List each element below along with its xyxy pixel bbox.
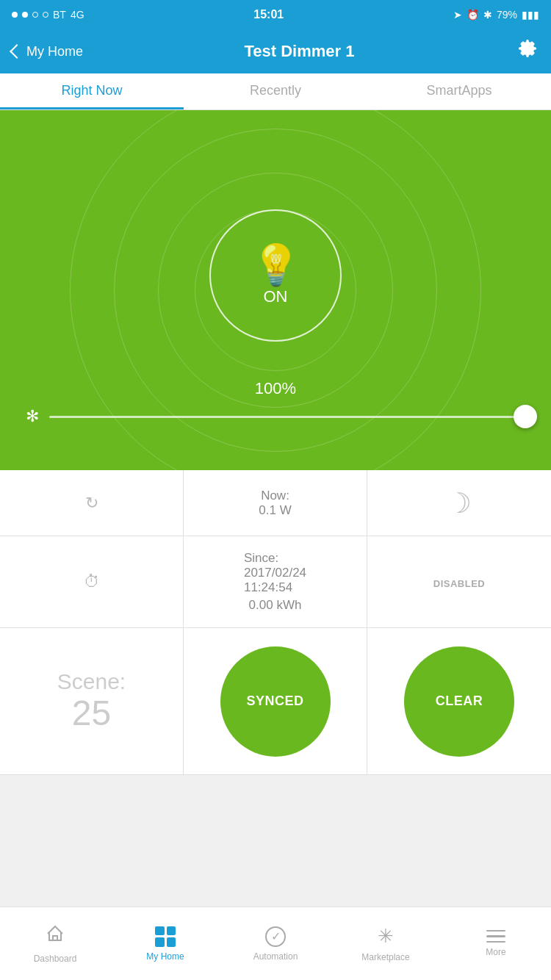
signal-dot-3 — [32, 12, 38, 18]
back-label: My Home — [26, 44, 83, 60]
signal-dot-1 — [12, 12, 18, 18]
nav-marketplace[interactable]: ✳ Marketplace — [331, 907, 441, 980]
location-icon: ➤ — [453, 9, 462, 21]
nav-more-label: More — [486, 947, 505, 957]
control-area: 💡 ON 100% ✻ — [0, 110, 551, 470]
nav-dashboard-label: Dashboard — [34, 954, 77, 964]
clear-label: CLEAR — [436, 693, 483, 709]
more-icon — [486, 930, 505, 943]
sun-icon: ✻ — [26, 407, 39, 426]
nav-automation[interactable]: ✓ Automation — [220, 907, 331, 980]
scene-label: Scene: — [57, 669, 126, 694]
alarm-icon: ⏰ — [467, 9, 479, 21]
header: My Home Test Dimmer 1 — [0, 29, 551, 73]
scene-cell: Scene: 25 — [0, 628, 184, 775]
signal-dot-2 — [22, 12, 28, 18]
info-grid: ↻ Now: 0.1 W ☽ ⏱ Since: 2017/02/24 11:24… — [0, 470, 551, 775]
synced-cell[interactable]: SYNCED — [184, 628, 367, 775]
brightness-section: 100% ✻ — [0, 379, 551, 426]
nav-automation-label: Automation — [253, 951, 298, 962]
disabled-cell: DISABLED — [367, 536, 551, 628]
refresh-icon[interactable]: ↻ — [85, 494, 98, 513]
since-date: 2017/02/24 — [244, 566, 306, 580]
tab-recently[interactable]: Recently — [184, 73, 367, 109]
nav-my-home[interactable]: My Home — [110, 907, 220, 980]
status-time: 15:01 — [253, 8, 284, 21]
nav-dashboard[interactable]: Dashboard — [0, 907, 110, 980]
my-home-icon — [155, 926, 176, 947]
now-value: 0.1 W — [259, 503, 291, 518]
stopwatch-icon: ⏱ — [84, 572, 100, 591]
scene-number: 25 — [72, 694, 111, 733]
now-power-cell: Now: 0.1 W — [184, 470, 367, 536]
marketplace-icon: ✳ — [378, 925, 394, 948]
nav-marketplace-label: Marketplace — [361, 952, 409, 962]
brightness-slider[interactable] — [49, 416, 525, 418]
status-bar: BT 4G 15:01 ➤ ⏰ ✱ 79% ▮▮▮ — [0, 0, 551, 29]
status-right: ➤ ⏰ ✱ 79% ▮▮▮ — [453, 9, 539, 21]
nav-my-home-label: My Home — [146, 951, 184, 962]
clear-cell[interactable]: CLEAR — [367, 628, 551, 775]
signal-dot-4 — [43, 12, 48, 18]
automation-icon: ✓ — [265, 926, 286, 947]
stopwatch-cell: ⏱ — [0, 536, 184, 628]
since-kwh: 0.00 kWh — [249, 598, 302, 613]
tab-smart-apps[interactable]: SmartApps — [367, 73, 551, 109]
since-label: Since: 2017/02/24 11:24:54 — [244, 551, 306, 595]
moon-icon: ☽ — [447, 487, 472, 519]
settings-button[interactable] — [516, 37, 539, 66]
page-title: Test Dimmer 1 — [245, 42, 355, 61]
brightness-value: 100% — [255, 379, 296, 398]
dashboard-icon — [45, 923, 65, 949]
brightness-slider-row: ✻ — [26, 407, 525, 426]
tab-smart-apps-label: SmartApps — [426, 83, 491, 98]
network-type: 4G — [71, 9, 84, 21]
battery-icon: ▮▮▮ — [522, 9, 539, 21]
gear-icon — [516, 37, 539, 61]
moon-cell: ☽ — [367, 470, 551, 536]
synced-label: SYNCED — [246, 693, 303, 709]
nav-more[interactable]: More — [441, 907, 551, 980]
carrier-label: BT — [53, 9, 66, 21]
since-energy-cell: Since: 2017/02/24 11:24:54 0.00 kWh — [184, 536, 367, 628]
now-label: Now: — [261, 489, 289, 503]
refresh-cell: ↻ — [0, 470, 184, 536]
power-button[interactable]: 💡 ON — [209, 209, 342, 342]
device-state: ON — [264, 287, 288, 306]
since-time: 11:24:54 — [244, 580, 292, 594]
chevron-left-icon — [10, 44, 24, 59]
synced-button[interactable]: SYNCED — [220, 646, 331, 757]
status-left: BT 4G — [12, 9, 84, 21]
tabs-bar: Right Now Recently SmartApps — [0, 73, 551, 110]
tab-right-now[interactable]: Right Now — [0, 73, 184, 109]
bottom-nav: Dashboard My Home ✓ Automation ✳ Marketp… — [0, 907, 551, 980]
tab-recently-label: Recently — [250, 83, 301, 98]
battery-percent: 79% — [497, 9, 517, 21]
back-button[interactable]: My Home — [12, 44, 83, 60]
tab-right-now-label: Right Now — [61, 83, 122, 98]
bluetooth-icon: ✱ — [483, 9, 492, 21]
clear-button[interactable]: CLEAR — [404, 646, 514, 757]
bulb-icon: 💡 — [251, 245, 300, 284]
since-text: Since: — [244, 551, 278, 565]
disabled-label: DISABLED — [433, 578, 485, 589]
slider-thumb[interactable] — [514, 405, 537, 428]
